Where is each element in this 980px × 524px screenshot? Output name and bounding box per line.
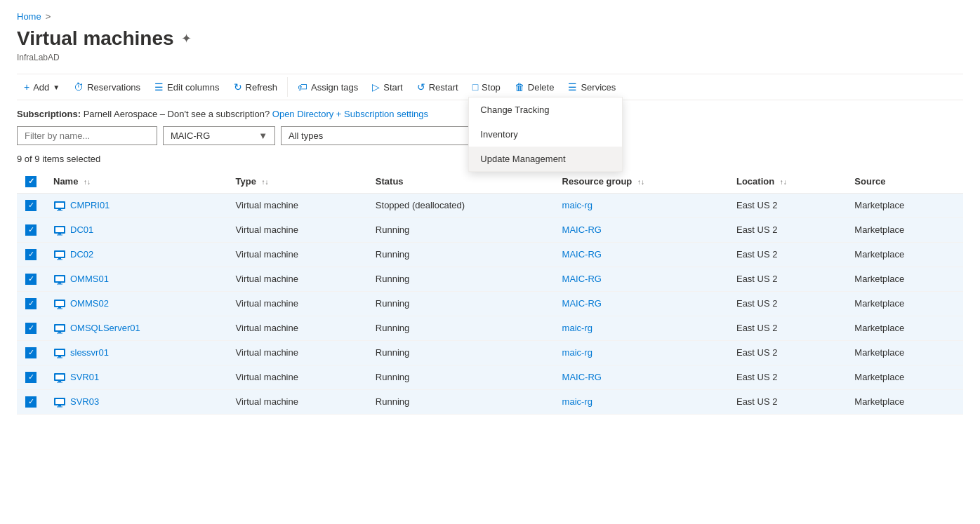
rg-link-7[interactable]: MAIC-RG <box>562 372 602 382</box>
row-checkbox-3[interactable]: ✓ <box>25 274 37 285</box>
table-row: ✓OMMS02Virtual machineRunningMAIC-RGEast… <box>17 291 963 316</box>
type-column-label: Type <box>236 176 256 187</box>
row-checkbox-0[interactable]: ✓ <box>25 200 37 211</box>
dropdown-item-update-management[interactable]: Update Management <box>469 147 622 171</box>
services-dropdown-menu: Change Tracking Inventory Update Managem… <box>468 97 623 172</box>
type-filter[interactable]: All types ▼ <box>281 126 491 145</box>
services-icon: ☰ <box>568 81 577 93</box>
rg-sort-icon: ↑↓ <box>637 178 644 186</box>
row-checkbox-5[interactable]: ✓ <box>25 323 37 334</box>
add-button[interactable]: + Add ▼ <box>17 77 67 97</box>
row-checkbox-4[interactable]: ✓ <box>25 298 37 309</box>
status-cell-4: Running <box>367 291 554 316</box>
restart-button[interactable]: ↺ Restart <box>410 77 465 97</box>
start-button[interactable]: ▷ Start <box>365 77 409 97</box>
status-cell-6: Running <box>367 340 554 365</box>
services-button[interactable]: ☰ Services <box>561 77 623 97</box>
refresh-button[interactable]: ↻ Refresh <box>227 77 285 97</box>
vm-name-link-2[interactable]: DC02 <box>70 249 93 260</box>
vm-name-link-6[interactable]: slessvr01 <box>70 347 109 358</box>
type-sort-icon: ↑↓ <box>262 178 269 186</box>
vm-table: ✓ Name ↑↓ Type ↑↓ Status Re <box>17 170 963 415</box>
status-cell-2: Running <box>367 242 554 267</box>
name-column-header[interactable]: Name ↑↓ <box>45 170 227 193</box>
table-row: ✓CMPRI01Virtual machineStopped (dealloca… <box>17 193 963 217</box>
status-cell-5: Running <box>367 316 554 340</box>
rg-link-1[interactable]: MAIC-RG <box>562 224 602 235</box>
select-all-checkbox[interactable]: ✓ <box>25 176 37 187</box>
add-icon: + <box>24 81 29 93</box>
source-cell-2: Marketplace <box>846 242 963 267</box>
vm-name-link-4[interactable]: OMMS02 <box>70 298 109 309</box>
svg-rect-29 <box>55 375 64 379</box>
open-directory-link[interactable]: Open Directory + Subscription settings <box>272 109 428 119</box>
refresh-icon: ↻ <box>234 81 242 93</box>
table-row: ✓SVR03Virtual machineRunningmaic-rgEast … <box>17 389 963 414</box>
svg-rect-15 <box>57 283 62 284</box>
check-icon: ✓ <box>28 299 34 308</box>
edit-columns-label: Edit columns <box>167 82 219 93</box>
type-column-header[interactable]: Type ↑↓ <box>227 170 367 193</box>
vm-icon-7 <box>53 371 66 384</box>
restart-icon: ↺ <box>417 81 425 93</box>
svg-rect-3 <box>57 210 62 210</box>
status-cell-7: Running <box>367 365 554 389</box>
pin-icon[interactable]: ✦ <box>181 31 192 46</box>
location-cell-8: East US 2 <box>728 389 846 414</box>
vm-name-link-1[interactable]: DC01 <box>70 224 93 235</box>
rg-link-3[interactable]: MAIC-RG <box>562 274 602 284</box>
resource-group-chevron-icon: ▼ <box>258 130 267 141</box>
name-filter-input[interactable] <box>17 126 157 145</box>
vm-name-link-7[interactable]: SVR01 <box>70 372 99 382</box>
rg-link-2[interactable]: MAIC-RG <box>562 249 602 260</box>
svg-rect-10 <box>58 258 61 260</box>
select-all-column: ✓ <box>17 170 45 193</box>
row-checkbox-1[interactable]: ✓ <box>25 224 37 236</box>
vm-name-link-5[interactable]: OMSQLServer01 <box>70 323 140 333</box>
edit-columns-button[interactable]: ☰ Edit columns <box>147 77 226 97</box>
reservations-button[interactable]: ⏱ Reservations <box>67 77 147 97</box>
vm-name-link-0[interactable]: CMPRI01 <box>70 200 110 210</box>
resource-group-filter[interactable]: MAIC-RG ▼ <box>163 126 275 145</box>
page-subtitle: InfraLabAD <box>17 53 963 62</box>
refresh-label: Refresh <box>246 82 278 93</box>
rg-link-4[interactable]: MAIC-RG <box>562 298 602 309</box>
stop-button[interactable]: □ Stop <box>465 77 508 97</box>
source-cell-7: Marketplace <box>846 365 963 389</box>
vm-name-link-8[interactable]: SVR03 <box>70 396 99 407</box>
check-icon: ✓ <box>28 201 34 210</box>
table-row: ✓DC01Virtual machineRunningMAIC-RGEast U… <box>17 217 963 242</box>
rg-link-0[interactable]: maic-rg <box>562 200 592 210</box>
rg-link-8[interactable]: maic-rg <box>562 396 592 407</box>
status-cell-0: Stopped (deallocated) <box>367 193 554 217</box>
row-checkbox-8[interactable]: ✓ <box>25 396 37 408</box>
breadcrumb-home[interactable]: Home <box>17 11 41 22</box>
assign-tags-button[interactable]: 🏷 Assign tags <box>291 77 365 97</box>
row-checkbox-2[interactable]: ✓ <box>25 249 37 260</box>
rg-link-5[interactable]: maic-rg <box>562 323 592 333</box>
resource-group-column-header[interactable]: Resource group ↑↓ <box>554 170 728 193</box>
rg-link-6[interactable]: maic-rg <box>562 347 592 358</box>
check-icon: ✓ <box>28 348 34 357</box>
table-row: ✓SVR01Virtual machineRunningMAIC-RGEast … <box>17 365 963 389</box>
svg-rect-11 <box>57 259 62 260</box>
dropdown-item-inventory[interactable]: Inventory <box>469 122 622 147</box>
source-column-header: Source <box>846 170 963 193</box>
dropdown-item-change-tracking[interactable]: Change Tracking <box>469 98 622 122</box>
row-checkbox-7[interactable]: ✓ <box>25 372 37 383</box>
delete-button[interactable]: 🗑 Delete <box>508 77 562 97</box>
location-column-header[interactable]: Location ↑↓ <box>728 170 846 193</box>
vm-icon-4 <box>53 297 66 310</box>
location-cell-7: East US 2 <box>728 365 846 389</box>
status-cell-3: Running <box>367 267 554 291</box>
type-filter-value: All types <box>289 130 323 141</box>
resource-group-value: MAIC-RG <box>171 130 210 141</box>
restart-label: Restart <box>429 82 458 93</box>
svg-rect-21 <box>55 325 64 330</box>
vm-name-link-3[interactable]: OMMS01 <box>70 274 109 284</box>
row-checkbox-6[interactable]: ✓ <box>25 347 37 358</box>
select-all-check-icon: ✓ <box>28 177 34 186</box>
vm-icon-6 <box>53 347 66 359</box>
start-label: Start <box>383 82 402 93</box>
svg-rect-9 <box>55 252 64 257</box>
